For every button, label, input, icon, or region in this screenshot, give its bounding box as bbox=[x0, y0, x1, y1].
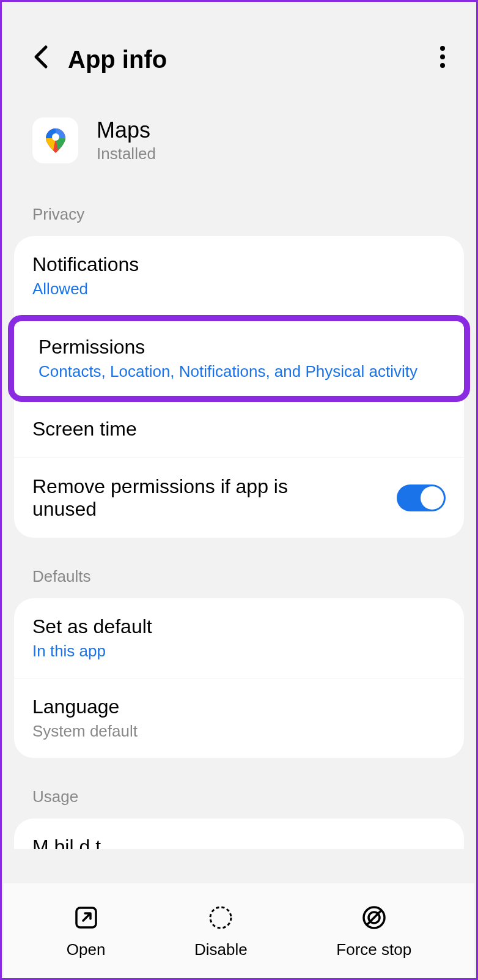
force-stop-button[interactable]: Force stop bbox=[336, 902, 411, 959]
bottom-nav: Open Disable Force stop bbox=[4, 883, 474, 978]
app-name: Maps bbox=[97, 117, 156, 143]
section-header-privacy: Privacy bbox=[2, 200, 476, 236]
page-title: App info bbox=[68, 46, 167, 73]
mobile-data-title: M bil d t bbox=[32, 836, 446, 849]
usage-card: M bil d t bbox=[14, 819, 464, 849]
permissions-row[interactable]: Permissions Contacts, Location, Notifica… bbox=[8, 315, 470, 402]
notifications-subtitle: Allowed bbox=[32, 280, 446, 299]
screen-time-title: Screen time bbox=[32, 418, 446, 440]
svg-point-3 bbox=[52, 133, 59, 141]
back-button[interactable] bbox=[32, 45, 50, 75]
permissions-subtitle: Contacts, Location, Notifications, and P… bbox=[39, 362, 439, 381]
header: App info bbox=[2, 2, 476, 93]
screen-time-row[interactable]: Screen time bbox=[14, 401, 464, 458]
remove-permissions-title: Remove permissions if app is unused bbox=[32, 475, 338, 521]
svg-point-5 bbox=[210, 907, 231, 928]
remove-permissions-toggle[interactable] bbox=[397, 484, 446, 511]
defaults-card: Set as default In this app Language Syst… bbox=[14, 598, 464, 758]
disable-icon bbox=[205, 902, 236, 933]
section-header-defaults: Defaults bbox=[2, 562, 476, 598]
language-title: Language bbox=[32, 696, 446, 718]
open-button[interactable]: Open bbox=[67, 902, 106, 959]
notifications-title: Notifications bbox=[32, 253, 446, 276]
svg-point-1 bbox=[440, 54, 445, 59]
remove-permissions-row[interactable]: Remove permissions if app is unused bbox=[14, 458, 464, 538]
open-icon bbox=[71, 902, 101, 933]
svg-point-2 bbox=[440, 63, 445, 68]
more-options-button[interactable] bbox=[439, 45, 446, 75]
app-status: Installed bbox=[97, 144, 156, 163]
notifications-row[interactable]: Notifications Allowed bbox=[14, 236, 464, 316]
set-default-row[interactable]: Set as default In this app bbox=[14, 598, 464, 678]
language-subtitle: System default bbox=[32, 722, 446, 741]
svg-point-0 bbox=[440, 46, 445, 51]
disable-label: Disable bbox=[194, 940, 248, 959]
disable-button[interactable]: Disable bbox=[194, 902, 248, 959]
open-label: Open bbox=[67, 940, 106, 959]
force-stop-label: Force stop bbox=[336, 940, 411, 959]
force-stop-icon bbox=[359, 902, 389, 933]
permissions-title: Permissions bbox=[39, 336, 439, 358]
language-row[interactable]: Language System default bbox=[14, 678, 464, 758]
app-header: Maps Installed bbox=[2, 93, 476, 200]
set-default-title: Set as default bbox=[32, 615, 446, 638]
app-icon bbox=[32, 117, 78, 163]
set-default-subtitle: In this app bbox=[32, 642, 446, 661]
privacy-card: Notifications Allowed Permissions Contac… bbox=[14, 236, 464, 538]
section-header-usage: Usage bbox=[2, 782, 476, 819]
